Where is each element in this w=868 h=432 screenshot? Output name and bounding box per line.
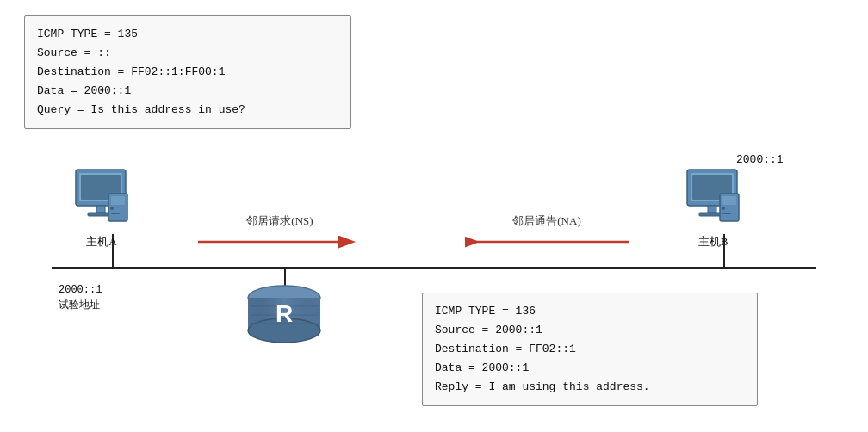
svg-point-7 <box>110 207 114 210</box>
host-a-label: 主机A <box>86 234 116 250</box>
host-b: 主机B <box>679 168 747 250</box>
host-b-icon <box>679 168 747 232</box>
icmp-reply-line5: Reply = I am using this address. <box>435 378 745 397</box>
host-b-label: 主机B <box>698 234 728 250</box>
icmp-reply-line2: Source = 2000::1 <box>435 321 745 340</box>
host-a-address: 2000::1 试验地址 <box>59 282 102 313</box>
icmp-query-line3: Destination = FF02::1:FF00:1 <box>37 63 338 82</box>
svg-rect-12 <box>708 206 716 213</box>
svg-rect-15 <box>722 196 736 205</box>
router: R <box>232 274 336 360</box>
svg-rect-6 <box>111 196 125 205</box>
svg-rect-17 <box>722 213 731 214</box>
host-a-icon <box>67 168 136 232</box>
network-line <box>52 267 816 269</box>
icmp-reply-line1: ICMP TYPE = 136 <box>435 302 745 321</box>
icmp-query-line4: Data = 2000::1 <box>37 82 338 101</box>
arrow-na-container: 邻居通告(NA) <box>465 213 629 251</box>
icmp-query-line2: Source = :: <box>37 44 338 63</box>
svg-point-16 <box>722 207 725 210</box>
host-b-ip: 2000::1 <box>736 153 784 166</box>
icmp-query-line1: ICMP TYPE = 135 <box>37 25 338 44</box>
host-a: 主机A <box>67 168 136 250</box>
arrow-ns-container: 邻居请求(NS) <box>198 213 362 251</box>
svg-rect-3 <box>96 206 105 213</box>
arrow-ns-icon <box>198 232 362 251</box>
svg-rect-8 <box>111 213 120 214</box>
icmp-query-line5: Query = Is this address in use? <box>37 101 338 120</box>
icmp-reply-line4: Data = 2000::1 <box>435 359 745 378</box>
icmp-reply-box: ICMP TYPE = 136 Source = 2000::1 Destina… <box>422 293 758 406</box>
arrow-na-icon <box>465 232 629 251</box>
arrow-ns-label: 邻居请求(NS) <box>246 213 313 229</box>
svg-text:R: R <box>276 300 293 327</box>
arrow-na-label: 邻居通告(NA) <box>512 213 580 229</box>
router-icon: R <box>232 274 336 355</box>
icmp-reply-line3: Destination = FF02::1 <box>435 340 745 359</box>
icmp-query-box: ICMP TYPE = 135 Source = :: Destination … <box>24 15 351 129</box>
